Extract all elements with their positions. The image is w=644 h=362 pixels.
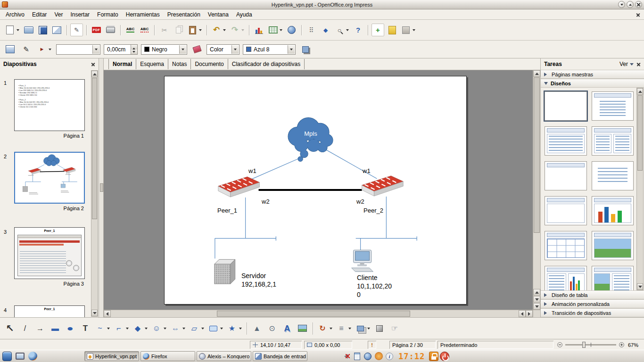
section-custom-animation[interactable]: Animación personalizada [541,299,644,308]
insert-chart-button[interactable] [253,24,265,36]
mail-document-button[interactable] [50,24,63,36]
scroll-up-button[interactable] [91,71,98,77]
layout-title-table[interactable] [545,231,587,260]
extrusion-button[interactable] [372,321,387,336]
edit-points-button[interactable]: ▲ [250,321,264,336]
info-icon[interactable]: i [385,352,394,361]
slides-scrollbar[interactable] [91,70,98,317]
scroll-down-button[interactable] [91,310,98,316]
zoom-slider-thumb[interactable] [582,342,586,348]
layouts-scrollbar[interactable] [636,88,644,290]
curve-tool[interactable]: ~ [93,321,111,336]
scrollbar-thumb[interactable] [92,78,97,219]
menu-item[interactable]: Formato [93,10,122,19]
close-panel-icon[interactable] [636,62,641,66]
text-tool[interactable]: T [78,321,92,336]
klipper-icon[interactable] [352,352,362,361]
copy-button[interactable] [172,24,185,36]
zoom-percent[interactable]: 67% [625,341,642,349]
tab-documento[interactable]: Documento [191,59,228,69]
redo-button[interactable]: ↷ [229,24,246,36]
layout-title-two-content[interactable] [592,126,634,156]
arrow-style-button[interactable]: ► [36,43,53,56]
tab-notas[interactable]: Notas [168,59,191,69]
peer2-label[interactable]: Peer_2 [363,206,383,215]
display-grid-button[interactable]: ⠿ [305,24,318,36]
show-desktop-button[interactable] [14,351,25,362]
updater-gear-icon[interactable] [374,352,383,361]
maximize-button[interactable] [627,1,634,8]
fontwork-button[interactable]: A [280,321,294,336]
rotate-button[interactable]: ↻ [316,321,334,336]
shadow-button[interactable] [299,43,312,56]
select-tool[interactable]: ↖ [3,321,17,336]
menu-item[interactable]: Archivo [2,10,28,19]
menu-item[interactable]: Editar [28,10,50,19]
layout-title-picture[interactable] [592,231,634,260]
peer1-label[interactable]: Peer_1 [217,206,237,215]
layout-title-only[interactable] [545,161,587,190]
slide-thumbnail-1[interactable]: • Peer_1 • Wan 10.10.102.100 / 255.255.2… [14,79,85,139]
arrow-line-tool[interactable]: → [33,321,47,336]
hyperlink-button[interactable] [285,24,298,36]
slide-design-button[interactable] [386,24,398,36]
insert-table-button[interactable] [267,24,284,36]
help-button[interactable]: ? [352,24,364,36]
scroll-up-button[interactable] [637,88,643,95]
export-pdf-button[interactable]: PDF [90,24,103,36]
stars-tool[interactable]: ★ [225,321,243,336]
tab-clasificador[interactable]: Clasificador de diapositivas [228,59,305,69]
w1-left-label[interactable]: w1 [248,167,256,175]
prev-slide-button[interactable] [533,289,540,296]
clock[interactable]: 17:12 [398,352,425,361]
alignment-button[interactable]: ≡ [335,321,353,336]
scroll-up-button[interactable] [533,70,540,77]
connection-lines[interactable] [215,148,417,258]
ellipse-tool[interactable]: ● [63,321,77,336]
rectangle-tool[interactable]: ▬ [48,321,62,336]
section-slide-transition[interactable]: Transición de diapositivas [541,308,644,317]
section-table-design[interactable]: Diseño de tabla [541,290,644,299]
spellcheck-button[interactable]: ABC [124,24,137,36]
panel-splitter[interactable] [99,58,104,317]
dropdown-icon[interactable] [179,45,186,54]
scroll-left-button[interactable] [104,310,111,317]
server-icon[interactable] [215,259,235,284]
tab-normal[interactable]: Normal [108,59,136,69]
close-panel-icon[interactable] [91,62,95,66]
open-button[interactable] [22,24,35,36]
mpls-cloud[interactable] [288,118,333,162]
next-slide-button[interactable] [533,296,540,303]
close-document-button[interactable] [635,11,642,18]
close-button[interactable] [635,1,642,8]
taskbar-button-impress[interactable]: Hyperlink_vpn.ppt [84,351,139,361]
layout-blank[interactable] [545,91,587,121]
print-button[interactable] [104,24,117,36]
menu-item[interactable]: Ver [50,10,66,19]
layout-centered-text[interactable] [592,161,634,190]
line-color-select[interactable]: Negro [141,44,187,55]
arrange-button[interactable] [354,321,372,336]
insert-picture-button[interactable] [295,321,309,336]
layout-title-subtitle[interactable] [592,91,634,121]
undo-button[interactable]: ↶ [210,24,227,36]
volume-muted-icon[interactable] [341,352,351,361]
view-menu-button[interactable]: Ver [619,61,634,67]
dropdown-icon[interactable] [231,45,239,54]
scrollbar-thumb[interactable] [217,311,410,317]
slide-thumbnail-4[interactable]: Peer_1 [14,305,85,317]
lock-screen-icon[interactable] [429,352,438,361]
menu-item[interactable]: Ayuda [232,10,256,19]
edit-file-button[interactable]: ✎ [70,24,83,36]
basic-shapes-tool[interactable]: ◆ [131,321,149,336]
zoom-in-button[interactable] [619,342,624,347]
scrollbar-thumb[interactable] [637,95,643,171]
taskbar-button-firefox[interactable]: Firefox [140,351,195,361]
server-label[interactable]: Servidor 192,168,2,1 [241,272,276,288]
spin-up-icon[interactable] [131,45,137,49]
layout-title-chart[interactable] [592,196,634,225]
slide-thumbnail-3[interactable]: Peer_1 Página 3 [14,227,85,287]
dropdown-icon[interactable] [288,45,295,54]
w2-left-label[interactable]: w2 [262,197,270,206]
scroll-down-button[interactable] [533,303,540,310]
